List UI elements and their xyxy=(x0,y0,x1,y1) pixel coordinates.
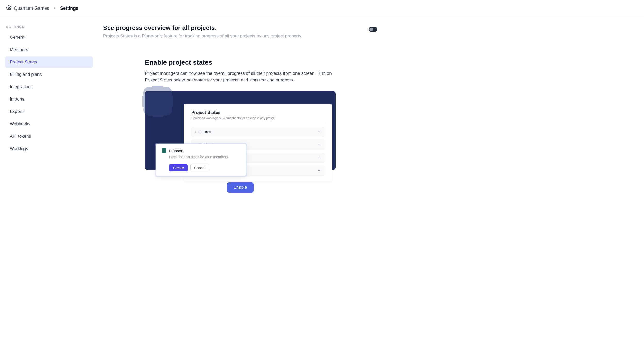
topbar: Quantum Games Settings xyxy=(0,0,644,17)
sidebar-item-general[interactable]: General xyxy=(5,32,93,43)
create-state-popup: Planned Describe this state for your mem… xyxy=(156,144,246,176)
divider xyxy=(191,123,324,123)
sidebar-item-members[interactable]: Members xyxy=(5,44,93,55)
popup-cancel-button: Cancel xyxy=(190,164,209,171)
state-dot-icon xyxy=(198,130,201,134)
sidebar-item-imports[interactable]: Imports xyxy=(5,94,93,105)
state-label: Draft xyxy=(203,130,211,134)
popup-state-name: Planned xyxy=(169,148,183,153)
popup-create-button: Create xyxy=(169,164,188,171)
popup-placeholder: Describe this state for your members. xyxy=(169,155,240,159)
sidebar-section-label: SETTINGS xyxy=(5,23,93,32)
state-row: › Draft + xyxy=(191,127,324,137)
color-swatch xyxy=(162,148,166,153)
sidebar-item-project-states[interactable]: Project States xyxy=(5,56,93,68)
page-subtitle: Projects States is a Plane-only feature … xyxy=(103,34,302,39)
sidebar-item-webhooks[interactable]: Webhooks xyxy=(5,118,93,130)
main: See progress overview for all projects. … xyxy=(98,17,384,203)
sidebar-item-integrations[interactable]: Integrations xyxy=(5,81,93,93)
sidebar: SETTINGS General Members Project States … xyxy=(0,17,98,203)
content-description: Project managers can now see the overall… xyxy=(145,70,336,84)
chevron-right-icon: › xyxy=(195,130,196,134)
content-title: Enable project states xyxy=(145,59,336,67)
breadcrumb-org[interactable]: Quantum Games xyxy=(6,5,49,12)
breadcrumb: Quantum Games Settings xyxy=(6,5,78,12)
svg-point-1 xyxy=(154,97,162,105)
breadcrumb-page: Settings xyxy=(60,6,78,11)
sidebar-item-exports[interactable]: Exports xyxy=(5,106,93,117)
page-title: See progress overview for all projects. xyxy=(103,24,302,31)
content: Enable project states Project managers c… xyxy=(145,59,336,193)
svg-point-0 xyxy=(8,7,10,9)
chevron-right-icon xyxy=(53,6,56,11)
sidebar-nav: General Members Project States Billing a… xyxy=(5,32,93,154)
sidebar-item-worklogs[interactable]: Worklogs xyxy=(5,143,93,154)
breadcrumb-org-label: Quantum Games xyxy=(14,6,49,11)
sidebar-item-billing[interactable]: Billing and plans xyxy=(5,69,93,80)
background-gear-icon xyxy=(142,86,173,118)
panel-subtitle: Download worklogs AKA timesheets for any… xyxy=(191,116,324,120)
page-header: See progress overview for all projects. … xyxy=(103,24,377,44)
sidebar-item-api-tokens[interactable]: API tokens xyxy=(5,131,93,142)
panel-title: Project States xyxy=(191,110,324,115)
enable-button[interactable]: Enable xyxy=(227,182,254,193)
plus-icon: + xyxy=(318,130,320,134)
plus-icon: + xyxy=(318,168,320,173)
plus-icon: + xyxy=(318,155,320,160)
gear-icon xyxy=(6,5,11,12)
plus-icon: + xyxy=(318,143,320,147)
illustration: Project States Download worklogs AKA tim… xyxy=(145,91,336,170)
feature-toggle[interactable] xyxy=(369,27,377,32)
